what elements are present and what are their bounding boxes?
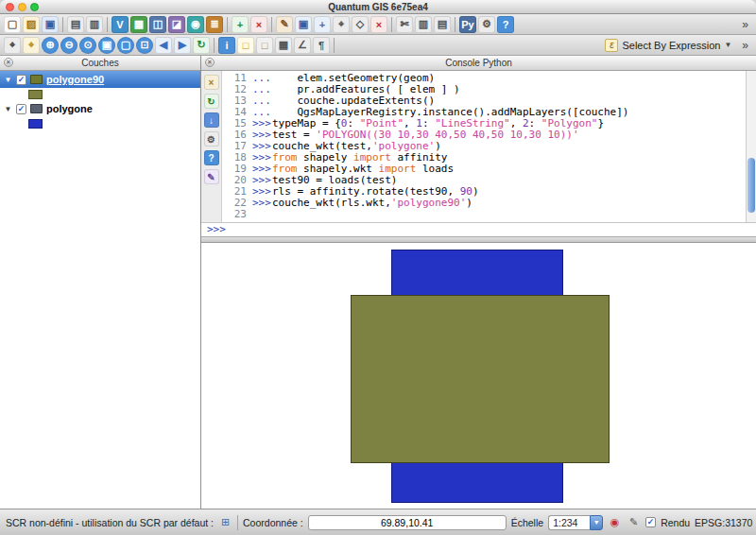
- add-vector-layer-icon[interactable]: V: [112, 16, 129, 33]
- add-delimited-text-icon[interactable]: ≣: [206, 16, 223, 33]
- expand-collapse-icon[interactable]: ▼: [4, 76, 12, 84]
- clear-console-icon[interactable]: ×: [204, 75, 219, 90]
- console-input[interactable]: >>>: [201, 222, 756, 237]
- composer-manager-icon[interactable]: ▥: [86, 16, 103, 33]
- zoom-last-icon[interactable]: ◀: [155, 37, 172, 54]
- console-panel-title: Console Python: [445, 58, 512, 68]
- zoom-to-selection-icon[interactable]: ⊡: [136, 37, 153, 54]
- open-project-icon[interactable]: ▨: [23, 16, 40, 33]
- toolbar-separator: [107, 17, 108, 32]
- select-by-expression-button[interactable]: ε Select By Expression ▼: [599, 38, 737, 53]
- coordinate-input[interactable]: [308, 515, 507, 530]
- layers-panel: ✕ Couches ▼✓polygone90▼✓polygone: [0, 56, 201, 509]
- console-scrollbar[interactable]: [746, 71, 756, 222]
- zoom-window-button[interactable]: [30, 3, 39, 11]
- log-pen-icon[interactable]: ✎: [627, 515, 641, 529]
- settings-icon[interactable]: ⚙: [204, 131, 219, 147]
- zoom-next-icon[interactable]: ▶: [174, 37, 191, 54]
- add-raster-layer-icon[interactable]: ▦: [130, 16, 147, 33]
- zoom-to-layer-icon[interactable]: ▢: [117, 37, 134, 54]
- zoom-full-icon[interactable]: ▣: [98, 37, 115, 54]
- zoom-out-icon[interactable]: ⊖: [60, 37, 77, 54]
- layers-panel-header: ✕ Couches: [0, 56, 200, 71]
- toolbar-separator: [334, 38, 335, 53]
- toolbar-navigation-attributes: ⌖⌖⊕⊖⊙▣▢⊡◀▶↻i□□▦∠¶ ε Select By Expression…: [0, 35, 756, 56]
- zoom-native-icon[interactable]: ⊙: [79, 37, 96, 54]
- reload-icon[interactable]: ↻: [204, 94, 219, 109]
- layer-item-polygone90[interactable]: ▼✓polygone90: [0, 71, 200, 88]
- help-contents-icon[interactable]: ?: [497, 16, 514, 33]
- map-feature-polygone90: [351, 295, 610, 463]
- scale-value[interactable]: 1:234: [548, 515, 590, 530]
- cut-features-icon[interactable]: ✄: [396, 16, 413, 33]
- crs-selector-icon[interactable]: ⊞: [218, 515, 232, 529]
- plugin-manager-icon[interactable]: ⚙: [478, 16, 495, 33]
- close-window-button[interactable]: [6, 3, 14, 11]
- scrollbar-thumb[interactable]: [747, 158, 755, 213]
- import-class-icon[interactable]: ↓: [204, 112, 219, 128]
- select-features-icon[interactable]: □: [237, 37, 254, 54]
- status-bar: SCR non-défini - utilisation du SCR par …: [0, 509, 756, 535]
- window-controls: [6, 3, 39, 11]
- paste-features-icon[interactable]: ▤: [434, 16, 451, 33]
- attribute-table-icon[interactable]: ▦: [275, 37, 292, 54]
- delete-selected-icon[interactable]: ×: [370, 16, 387, 33]
- close-panel-icon[interactable]: ✕: [205, 58, 215, 67]
- add-spatialite-layer-icon[interactable]: ◪: [168, 16, 185, 33]
- combo-arrow-icon[interactable]: ▼: [590, 515, 603, 530]
- measure-icon[interactable]: ∠: [294, 37, 311, 54]
- pan-to-selection-icon[interactable]: ⌖: [23, 37, 40, 54]
- layer-type-icon: [30, 104, 43, 113]
- move-feature-icon[interactable]: ⌖: [333, 16, 350, 33]
- identify-features-icon[interactable]: i: [218, 37, 235, 54]
- pan-map-icon[interactable]: ⌖: [4, 37, 21, 54]
- deselect-features-icon[interactable]: □: [256, 37, 273, 54]
- copy-features-icon[interactable]: ▥: [415, 16, 432, 33]
- dropdown-arrow-icon: ▼: [724, 41, 731, 49]
- scale-combo[interactable]: 1:234 ▼: [548, 515, 603, 530]
- layer-name[interactable]: polygone: [46, 103, 93, 114]
- add-feature-icon[interactable]: +: [314, 16, 331, 33]
- zoom-in-icon[interactable]: ⊕: [42, 37, 59, 54]
- console-line-23: 23: [226, 209, 746, 220]
- qgis-window: Quantum GIS 6e75ea4 ▢▨▣▤▥V▦◫◪◉≣+×✎▣+⌖◇×✄…: [0, 0, 756, 535]
- layers-panel-title: Couches: [81, 58, 118, 68]
- close-panel-icon[interactable]: ✕: [4, 58, 13, 67]
- stop-render-icon[interactable]: ◉: [608, 515, 622, 529]
- layer-type-icon: [30, 75, 43, 84]
- console-input-prompt: >>>: [207, 223, 226, 235]
- layer-tree[interactable]: ▼✓polygone90▼✓polygone: [0, 71, 200, 509]
- add-postgis-layer-icon[interactable]: ◫: [149, 16, 166, 33]
- layer-visibility-checkbox[interactable]: ✓: [16, 104, 26, 114]
- layer-name[interactable]: polygone90: [46, 74, 104, 85]
- save-project-icon[interactable]: ▣: [42, 16, 59, 33]
- new-shapefile-icon[interactable]: +: [232, 16, 249, 33]
- map-tips-icon[interactable]: ¶: [313, 37, 330, 54]
- new-composer-icon[interactable]: ▤: [67, 16, 84, 33]
- python-console-icon[interactable]: Py: [459, 16, 476, 33]
- save-edits-icon[interactable]: ▣: [295, 16, 312, 33]
- python-console-panel: ✕ Console Python ×↻↓⚙?✎ 11... elem.setGe…: [201, 56, 756, 237]
- new-project-icon[interactable]: ▢: [4, 16, 21, 33]
- remove-layer-icon[interactable]: ×: [250, 16, 267, 33]
- toolbar-overflow-icon[interactable]: »: [737, 39, 753, 52]
- main-area: ✕ Couches ▼✓polygone90▼✓polygone ✕ Conso…: [0, 56, 756, 509]
- toggle-editing-icon[interactable]: ✎: [276, 16, 293, 33]
- render-checkbox[interactable]: ✓: [645, 517, 656, 527]
- node-tool-icon[interactable]: ◇: [352, 16, 369, 33]
- expression-icon: ε: [605, 39, 618, 52]
- minimize-window-button[interactable]: [18, 3, 26, 11]
- expand-collapse-icon[interactable]: ▼: [4, 105, 12, 113]
- help-icon[interactable]: ?: [204, 150, 219, 165]
- add-wms-layer-icon[interactable]: ◉: [187, 16, 204, 33]
- refresh-map-icon[interactable]: ↻: [193, 37, 210, 54]
- toolbar-separator: [391, 17, 392, 32]
- titlebar[interactable]: Quantum GIS 6e75ea4: [0, 0, 756, 14]
- layer-item-polygone[interactable]: ▼✓polygone: [0, 100, 200, 117]
- toolbar-overflow-icon[interactable]: »: [737, 18, 753, 31]
- layer-visibility-checkbox[interactable]: ✓: [16, 75, 26, 85]
- toolbar-separator: [214, 38, 215, 53]
- console-output[interactable]: 11... elem.setGeometry(geom)12... pr.add…: [222, 71, 746, 222]
- run-command-icon[interactable]: ✎: [204, 169, 219, 184]
- map-canvas[interactable]: [201, 243, 756, 509]
